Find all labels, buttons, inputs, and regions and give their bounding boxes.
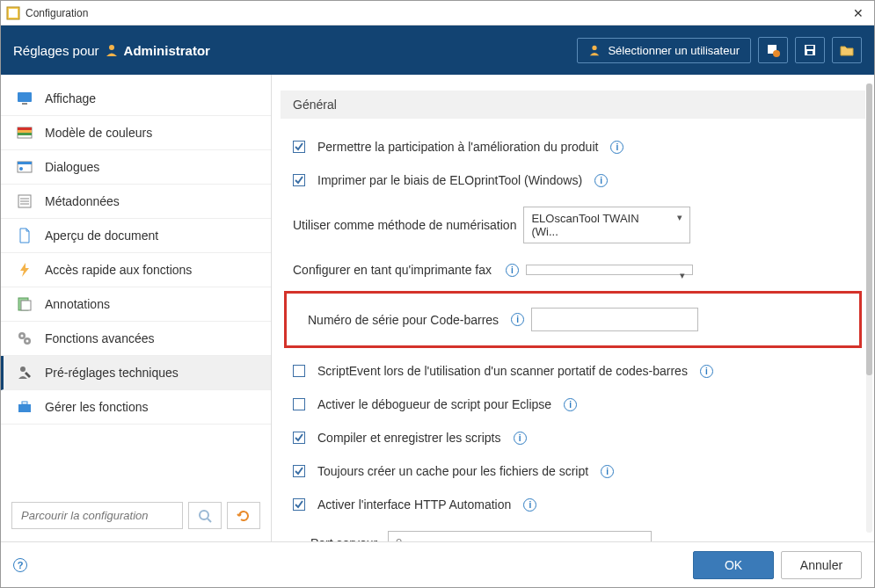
toolbox-icon [17, 399, 33, 415]
highlight-barcode-serial: Numéro de série pour Code-barres [284, 291, 862, 348]
close-icon[interactable]: ✕ [848, 6, 869, 20]
svg-point-31 [200, 511, 208, 519]
select-fax-printer[interactable] [526, 265, 693, 275]
sidebar-item-dialogs[interactable]: Dialogues [1, 150, 271, 185]
svg-rect-7 [806, 46, 813, 49]
sidebar-item-label: Pré-réglages techniques [45, 366, 179, 380]
select-user-label: Sélectionner un utilisateur [608, 44, 740, 57]
info-icon[interactable] [511, 313, 524, 326]
sidebar-item-display[interactable]: Affichage [1, 82, 271, 116]
reset-button[interactable] [227, 502, 260, 529]
info-icon[interactable] [601, 465, 614, 478]
checkbox-participation[interactable] [293, 141, 305, 153]
wrench-user-icon [17, 365, 33, 381]
sidebar-item-label: Dialogues [45, 160, 99, 174]
checkbox-http[interactable] [293, 498, 305, 511]
section-general: Général [281, 91, 865, 119]
settings-for-label: Réglages pour [13, 43, 99, 58]
select-scan-method[interactable]: ELOscanTool TWAIN (Wi... [523, 207, 690, 243]
reset-user-icon [766, 43, 780, 57]
svg-rect-8 [807, 51, 813, 54]
vertical-scrollbar[interactable] [866, 83, 872, 533]
footer: OK Annuler [1, 541, 874, 587]
info-icon[interactable] [594, 174, 608, 187]
svg-rect-1 [9, 9, 18, 18]
info-icon[interactable] [700, 365, 713, 378]
sidebar-item-label: Annotations [45, 297, 110, 311]
label-eclipse: Activer le débogueur de script pour Ecli… [317, 397, 551, 411]
input-barcode-serial[interactable] [531, 308, 698, 331]
checkbox-compile[interactable] [293, 432, 305, 444]
sidebar-item-functions[interactable]: Gérer les fonctions [1, 390, 271, 425]
user-icon [105, 43, 119, 57]
info-icon[interactable] [506, 264, 519, 277]
svg-rect-10 [22, 103, 27, 105]
svg-point-28 [20, 367, 26, 372]
app-icon [6, 6, 20, 20]
label-cache: Toujours créer un cache pour les fichier… [317, 464, 588, 478]
palette-icon [17, 125, 33, 141]
input-server-port[interactable] [388, 531, 652, 541]
sidebar-item-label: Fonctions avancées [45, 331, 155, 345]
search-input[interactable] [11, 502, 183, 529]
checkbox-print[interactable] [293, 174, 305, 186]
label-print: Imprimer par le biais de ELOprintTool (W… [317, 173, 582, 187]
reset-user-button[interactable] [758, 37, 788, 63]
label-compile: Compiler et enregistrer les scripts [317, 431, 501, 445]
label-scan-method: Utiliser comme méthode de numérisation [293, 218, 516, 232]
titlebar: Configuration ✕ [1, 1, 874, 25]
svg-rect-16 [18, 162, 32, 164]
search-icon [198, 509, 212, 523]
svg-rect-12 [18, 127, 32, 130]
svg-line-32 [208, 519, 211, 522]
save-button[interactable] [795, 37, 825, 63]
ok-button[interactable]: OK [693, 551, 774, 579]
sidebar-item-metadata[interactable]: Métadonnées [1, 185, 271, 219]
sidebar-item-quickaccess[interactable]: Accès rapide aux fonctions [1, 253, 271, 287]
folder-icon [840, 43, 854, 57]
svg-point-17 [19, 167, 23, 171]
svg-point-27 [26, 340, 29, 343]
checkbox-scriptevent[interactable] [293, 365, 305, 377]
label-scriptevent: ScriptEvent lors de l'utilisation d'un s… [317, 364, 688, 378]
help-icon[interactable] [13, 558, 27, 572]
lightning-icon [17, 262, 33, 278]
svg-rect-30 [22, 402, 27, 404]
svg-rect-14 [18, 133, 32, 135]
sidebar-item-label: Affichage [45, 91, 96, 105]
user-small-icon [588, 44, 601, 56]
checkbox-cache[interactable] [293, 465, 305, 477]
svg-point-25 [21, 335, 24, 338]
svg-point-2 [109, 45, 114, 50]
save-icon [803, 43, 817, 57]
gears-icon [17, 330, 33, 346]
form-icon [17, 193, 33, 209]
search-button[interactable] [188, 502, 222, 529]
sidebar-item-preview[interactable]: Aperçu de document [1, 219, 271, 253]
monitor-icon [17, 91, 33, 106]
sidebar-item-label: Modèle de couleurs [45, 126, 152, 140]
info-icon[interactable] [564, 398, 577, 411]
sidebar-item-label: Métadonnées [45, 194, 120, 208]
info-icon[interactable] [523, 498, 536, 512]
sidebar-item-advanced[interactable]: Fonctions avancées [1, 322, 271, 356]
checkbox-eclipse[interactable] [293, 398, 305, 410]
label-server-port: Port serveur [310, 536, 381, 542]
sidebar-item-technical[interactable]: Pré-réglages techniques [1, 356, 271, 390]
svg-rect-13 [18, 130, 32, 133]
cancel-button[interactable]: Annuler [781, 551, 862, 579]
content: Général Permettre la participation à l'a… [272, 75, 874, 541]
header: Réglages pour Administrator Sélectionner… [1, 25, 874, 75]
info-icon[interactable] [514, 432, 527, 445]
sidebar-item-label: Aperçu de document [45, 229, 158, 243]
sidebar-item-annotations[interactable]: Annotations [1, 287, 271, 322]
window-title: Configuration [26, 7, 848, 19]
sidebar-item-colors[interactable]: Modèle de couleurs [1, 116, 271, 150]
label-http: Activer l'interface HTTP Automation [317, 497, 511, 512]
user-name: Administrator [124, 43, 210, 58]
info-icon[interactable] [610, 141, 623, 154]
select-user-button[interactable]: Sélectionner un utilisateur [577, 38, 751, 63]
note-icon [17, 296, 33, 312]
label-participation: Permettre la participation à l'améliorat… [317, 140, 598, 154]
open-folder-button[interactable] [832, 37, 862, 63]
